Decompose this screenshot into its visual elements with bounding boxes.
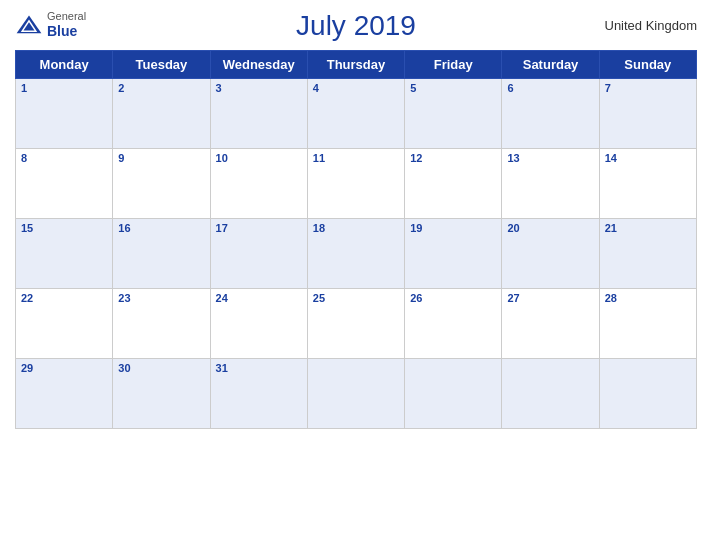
day-cell: 6: [502, 79, 599, 149]
day-cell: 2: [113, 79, 210, 149]
day-number-13: 13: [507, 152, 593, 164]
header-sunday: Sunday: [599, 51, 696, 79]
day-cell: 24: [210, 289, 307, 359]
day-number-29: 29: [21, 362, 107, 374]
day-number-11: 11: [313, 152, 399, 164]
general-blue-icon: [15, 14, 43, 36]
day-cell: 22: [16, 289, 113, 359]
day-number-6: 6: [507, 82, 593, 94]
day-cell: 31: [210, 359, 307, 429]
day-number-2: 2: [118, 82, 204, 94]
day-number-5: 5: [410, 82, 496, 94]
week-row-4: 22232425262728: [16, 289, 697, 359]
region-label: United Kingdom: [605, 18, 698, 33]
day-cell: 3: [210, 79, 307, 149]
calendar-title: July 2019: [15, 10, 697, 42]
week-row-3: 15161718192021: [16, 219, 697, 289]
day-cell: 1: [16, 79, 113, 149]
day-number-25: 25: [313, 292, 399, 304]
day-cell: 17: [210, 219, 307, 289]
day-number-19: 19: [410, 222, 496, 234]
day-cell: [307, 359, 404, 429]
day-number-24: 24: [216, 292, 302, 304]
day-cell: 8: [16, 149, 113, 219]
day-cell: 16: [113, 219, 210, 289]
calendar-container: General Blue July 2019 United Kingdom Mo…: [0, 0, 712, 550]
day-number-18: 18: [313, 222, 399, 234]
day-cell: [502, 359, 599, 429]
day-cell: 29: [16, 359, 113, 429]
day-cell: [599, 359, 696, 429]
calendar-table: Monday Tuesday Wednesday Thursday Friday…: [15, 50, 697, 429]
day-number-16: 16: [118, 222, 204, 234]
logo-text: General Blue: [47, 10, 86, 40]
day-cell: 25: [307, 289, 404, 359]
logo-area: General Blue: [15, 10, 86, 40]
day-number-31: 31: [216, 362, 302, 374]
day-number-3: 3: [216, 82, 302, 94]
day-number-30: 30: [118, 362, 204, 374]
day-cell: 4: [307, 79, 404, 149]
day-number-12: 12: [410, 152, 496, 164]
day-number-17: 17: [216, 222, 302, 234]
day-cell: 15: [16, 219, 113, 289]
day-cell: 7: [599, 79, 696, 149]
day-cell: 12: [405, 149, 502, 219]
header-monday: Monday: [16, 51, 113, 79]
week-row-1: 1234567: [16, 79, 697, 149]
day-cell: 13: [502, 149, 599, 219]
day-cell: 9: [113, 149, 210, 219]
day-number-10: 10: [216, 152, 302, 164]
header-thursday: Thursday: [307, 51, 404, 79]
day-cell: 20: [502, 219, 599, 289]
day-number-26: 26: [410, 292, 496, 304]
day-number-27: 27: [507, 292, 593, 304]
day-number-28: 28: [605, 292, 691, 304]
day-cell: 10: [210, 149, 307, 219]
header-tuesday: Tuesday: [113, 51, 210, 79]
day-number-1: 1: [21, 82, 107, 94]
header-saturday: Saturday: [502, 51, 599, 79]
day-cell: 5: [405, 79, 502, 149]
day-cell: 23: [113, 289, 210, 359]
day-number-21: 21: [605, 222, 691, 234]
header-friday: Friday: [405, 51, 502, 79]
day-number-22: 22: [21, 292, 107, 304]
day-number-4: 4: [313, 82, 399, 94]
day-cell: 30: [113, 359, 210, 429]
day-cell: 19: [405, 219, 502, 289]
day-number-9: 9: [118, 152, 204, 164]
day-cell: 11: [307, 149, 404, 219]
calendar-header: General Blue July 2019 United Kingdom: [15, 10, 697, 42]
weekday-header-row: Monday Tuesday Wednesday Thursday Friday…: [16, 51, 697, 79]
day-number-23: 23: [118, 292, 204, 304]
day-number-7: 7: [605, 82, 691, 94]
logo-general-text: General: [47, 10, 86, 23]
day-number-14: 14: [605, 152, 691, 164]
header-wednesday: Wednesday: [210, 51, 307, 79]
day-cell: 27: [502, 289, 599, 359]
day-number-20: 20: [507, 222, 593, 234]
day-number-15: 15: [21, 222, 107, 234]
day-cell: 21: [599, 219, 696, 289]
day-cell: 28: [599, 289, 696, 359]
day-cell: 14: [599, 149, 696, 219]
day-cell: [405, 359, 502, 429]
day-cell: 18: [307, 219, 404, 289]
week-row-5: 293031: [16, 359, 697, 429]
logo-blue-text: Blue: [47, 23, 86, 40]
day-cell: 26: [405, 289, 502, 359]
week-row-2: 891011121314: [16, 149, 697, 219]
day-number-8: 8: [21, 152, 107, 164]
